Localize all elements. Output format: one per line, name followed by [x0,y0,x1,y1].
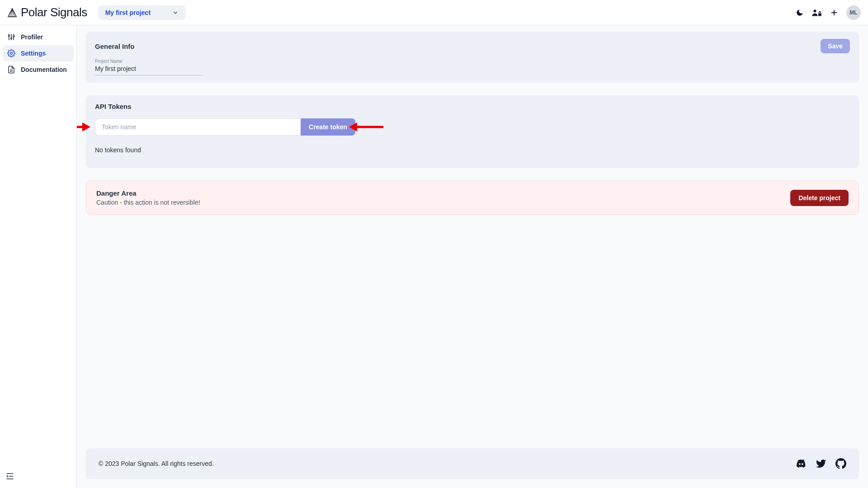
sidebar-item-documentation[interactable]: Documentation [3,61,74,78]
project-selector-label: My first project [105,9,151,16]
svg-point-10 [10,52,13,55]
svg-point-5 [8,35,9,37]
sidebar-collapse-button[interactable] [5,472,14,483]
sidebar-item-label: Settings [21,50,46,57]
topbar-actions: ML [796,5,861,20]
svg-point-0 [814,9,816,12]
token-name-input[interactable] [95,118,301,136]
brand-logo[interactable]: Polar Signals [7,5,87,19]
project-name-label: Project Name [95,59,850,64]
api-tokens-card: API Tokens Create token No tokens found [86,95,859,168]
footer: © 2023 Polar Signals. All rights reserve… [86,448,859,479]
svg-point-9 [13,36,14,37]
danger-area-card: Danger Area Caution - this action is not… [86,181,859,215]
topbar: Polar Signals My first project ML [0,0,868,25]
sidebar-item-label: Documentation [21,66,67,73]
indent-decrease-icon [5,472,14,481]
discord-icon[interactable] [796,458,807,469]
footer-copyright: © 2023 Polar Signals. All rights reserve… [99,460,214,467]
sidebar-item-profiler[interactable]: Profiler [3,29,74,45]
delete-project-button[interactable]: Delete project [790,190,849,206]
sidebar: Profiler Settings Documentation [0,25,77,488]
arrow-right-icon [77,121,91,133]
token-create-row: Create token [95,118,850,136]
document-icon [7,66,15,74]
github-icon[interactable] [835,458,846,469]
chevron-down-icon [172,9,179,16]
general-info-title: General Info [95,42,135,50]
project-selector[interactable]: My first project [98,5,186,20]
main-content: General Info Save Project Name API Token… [77,25,868,488]
sliders-icon [7,33,15,41]
create-token-button[interactable]: Create token [301,118,355,136]
logo-icon [7,8,17,18]
twitter-icon[interactable] [816,458,826,469]
svg-rect-1 [818,13,821,16]
no-tokens-text: No tokens found [95,146,850,154]
sidebar-item-settings[interactable]: Settings [3,45,74,61]
danger-title: Danger Area [96,189,200,197]
user-lock-icon[interactable] [812,9,822,17]
plus-icon[interactable] [830,9,838,17]
avatar-initials: ML [849,9,857,16]
svg-marker-17 [82,122,90,131]
brand-text: Polar Signals [21,5,87,19]
api-tokens-title: API Tokens [95,103,850,110]
gear-icon [7,49,15,57]
project-name-input[interactable] [95,64,203,75]
save-button[interactable]: Save [821,39,850,53]
danger-subtitle: Caution - this action is not reversible! [96,199,200,206]
general-info-card: General Info Save Project Name [86,32,859,83]
svg-point-7 [11,38,12,39]
sidebar-item-label: Profiler [21,33,43,41]
footer-social-icons [796,458,846,469]
avatar[interactable]: ML [846,5,861,20]
moon-icon[interactable] [796,9,804,17]
